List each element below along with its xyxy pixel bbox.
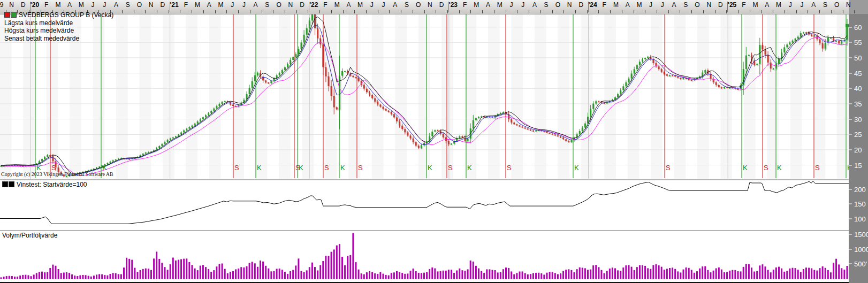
timeline-tick xyxy=(506,10,506,13)
signal-letter: S xyxy=(51,164,56,172)
timeline-month-label: A xyxy=(532,1,537,9)
signal-letter: K xyxy=(36,164,41,172)
timeline-tick xyxy=(389,10,390,13)
timeline-tick xyxy=(169,10,169,13)
timeline-tick xyxy=(575,10,576,13)
timeline-month-label: O xyxy=(695,1,699,9)
timeline-year-label: '22 xyxy=(309,1,318,9)
timeline-tick xyxy=(761,10,762,13)
timeline-tick xyxy=(773,10,773,13)
legend-black-swatch-icon xyxy=(9,181,14,187)
axis-tick xyxy=(849,218,852,219)
timeline-month-label: F xyxy=(323,1,327,9)
timeline-tick xyxy=(122,10,123,13)
axis-tick xyxy=(849,58,852,58)
timeline-year-label: '23 xyxy=(449,1,458,9)
timeline-tick xyxy=(680,10,680,13)
timeline-tick xyxy=(319,10,320,13)
timeline-month-label: F xyxy=(742,1,745,9)
copyright-notice: Copyright (c) 2023 Vikingen Financial So… xyxy=(1,171,113,177)
signal-letter: S xyxy=(507,164,512,172)
axis-tick xyxy=(849,249,852,249)
instrument-title: SVEDBERGS GROUP B (Vecka) xyxy=(19,11,113,19)
timeline-tick xyxy=(378,10,378,13)
timeline-month-label: O xyxy=(137,1,142,9)
timeline-tick xyxy=(331,10,332,13)
price-axis-label: 50 xyxy=(854,54,862,62)
volume-axis-label: 1000' xyxy=(854,245,868,253)
timeline-year-separator xyxy=(170,2,170,12)
panel-separator xyxy=(0,179,849,180)
timeline-year-label: '25 xyxy=(728,1,736,9)
timeline-tick xyxy=(401,10,401,13)
timeline-tick xyxy=(668,10,669,13)
timeline-month-label: J xyxy=(103,1,106,9)
signal-letter: S xyxy=(815,164,820,172)
timeline-month-label: M xyxy=(195,1,200,9)
timeline-month-label: A xyxy=(765,1,769,9)
chart-canvas[interactable]: KSKSKSKSKSKSKSKSKSKSK xyxy=(0,0,868,283)
timeline-month-label: A xyxy=(67,1,72,9)
timeline-month-label: O xyxy=(834,1,839,9)
timeline-tick xyxy=(424,10,425,13)
timeline-month-label: D xyxy=(578,1,583,9)
price-axis-label: 20 xyxy=(854,146,862,154)
chart-legend: SVEDBERGS GROUP B (Vecka) Lägsta kurs me… xyxy=(4,11,113,42)
timeline-tick xyxy=(598,10,599,13)
vinstest-title: Vinstest: Startvärde=100 xyxy=(17,181,87,188)
signal-letter: S xyxy=(234,164,239,172)
timeline-month-label: J xyxy=(92,1,95,9)
timeline-month-label: A xyxy=(672,1,676,9)
timeline-tick xyxy=(459,10,460,13)
timeline-year-separator xyxy=(30,2,31,12)
timeline-month-label: M xyxy=(218,1,223,9)
timeline-tick xyxy=(529,10,529,13)
timeline-tick xyxy=(447,10,448,13)
timeline-year-label: '20 xyxy=(31,1,39,9)
timeline-month-label: F xyxy=(603,1,606,9)
timeline-corner xyxy=(849,0,868,14)
timeline-tick xyxy=(273,10,273,13)
vinstest-axis-label: 100 xyxy=(854,215,866,223)
axis-tick xyxy=(849,27,852,27)
timeline-tick xyxy=(226,10,227,13)
timeline-month-label: D xyxy=(718,1,723,9)
axis-tick xyxy=(849,264,852,264)
timeline-month-label: J xyxy=(661,1,664,9)
timeline-tick xyxy=(622,10,622,13)
timeline-month-label: D xyxy=(300,1,304,9)
price-axis-label: 15 xyxy=(854,161,862,169)
right-axis-gutter[interactable]: 605550454035302520152001501001500'1000'5… xyxy=(849,14,868,283)
timeline-tick xyxy=(157,10,157,13)
legend-line-high-ma: Högsta kurs medelvärde xyxy=(4,27,113,35)
timeline-year-separator xyxy=(588,2,589,12)
vinstest-axis-label: 150 xyxy=(854,200,866,208)
timeline-month-label: J xyxy=(789,1,792,9)
timeline-tick xyxy=(343,10,344,13)
timeline-month-label: J xyxy=(370,1,374,9)
timeline-tick xyxy=(715,10,715,13)
timeline-tick xyxy=(750,10,750,13)
legend-black-swatch-icon xyxy=(2,181,8,187)
signal-letter: K xyxy=(743,164,748,172)
timeline-month-label: M xyxy=(776,1,781,9)
timeline-tick xyxy=(785,10,785,13)
price-axis-label: 40 xyxy=(854,85,862,93)
signal-letter: K xyxy=(428,164,432,172)
timeline-month-label: M xyxy=(55,1,60,9)
timeline-month-label: D xyxy=(21,1,26,9)
timeline-bar[interactable]: 19ND'20FMAMJJASOND'21FMAMJJASOND'22FMAMJ… xyxy=(0,0,868,14)
axis-tick xyxy=(849,165,852,165)
timeline-tick xyxy=(145,10,146,13)
timeline-tick xyxy=(796,10,797,13)
timeline-month-label: N xyxy=(149,1,154,9)
timeline-month-label: S xyxy=(126,1,130,9)
timeline-tick xyxy=(413,10,413,13)
timeline-month-label: A xyxy=(486,1,490,9)
timeline-tick xyxy=(564,10,564,13)
stock-chart-app: KSKSKSKSKSKSKSKSKSKSK 19ND'20FMAMJJASOND… xyxy=(0,0,868,283)
signal-letter: K xyxy=(574,164,579,172)
axis-tick xyxy=(849,103,852,104)
axis-tick xyxy=(849,134,852,135)
timeline-year-separator xyxy=(309,2,309,12)
